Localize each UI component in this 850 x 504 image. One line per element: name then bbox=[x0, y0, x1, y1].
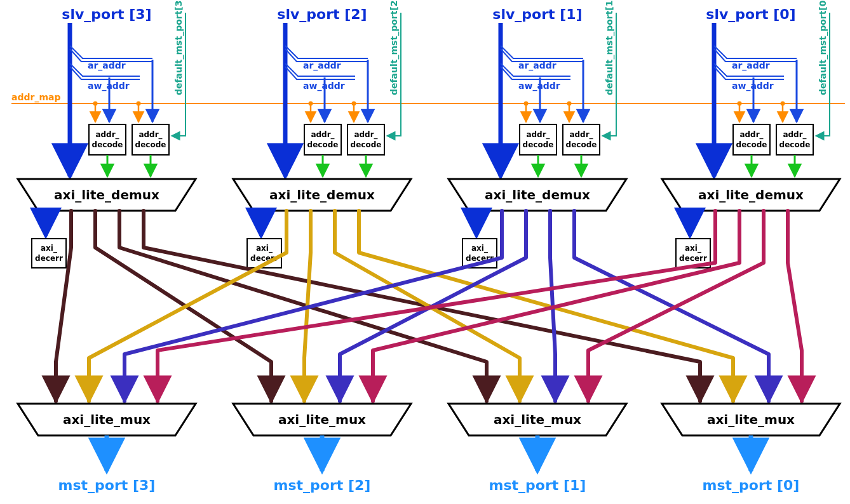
svg-text:decerr: decerr bbox=[35, 254, 63, 263]
svg-text:axi_lite_mux: axi_lite_mux bbox=[494, 412, 581, 427]
xbar-wire bbox=[144, 211, 700, 401]
ar-addr-wire bbox=[714, 46, 797, 58]
svg-text:decode: decode bbox=[92, 140, 123, 149]
addr-map-label: addr_map bbox=[11, 92, 60, 103]
axi-decerr-block bbox=[32, 239, 66, 268]
svg-text:axi_: axi_ bbox=[41, 244, 57, 253]
svg-text:decode: decode bbox=[566, 140, 597, 149]
xbar-wire bbox=[158, 211, 715, 401]
svg-text:axi_lite_demux: axi_lite_demux bbox=[698, 187, 804, 202]
default-mst-port-label: default_mst_port[3] bbox=[173, 0, 184, 95]
default-mst-port-label: default_mst_port[0] bbox=[818, 0, 828, 95]
ar-addr-label: ar_addr bbox=[303, 60, 341, 71]
xbar-wire bbox=[788, 211, 802, 401]
svg-text:addr_: addr_ bbox=[783, 130, 806, 140]
default-mst-port-label: default_mst_port[2] bbox=[389, 0, 400, 95]
svg-text:decode: decode bbox=[523, 140, 554, 149]
svg-text:decerr: decerr bbox=[679, 254, 707, 263]
ar-addr-label: ar_addr bbox=[732, 60, 770, 71]
svg-text:axi_lite_demux: axi_lite_demux bbox=[269, 187, 375, 202]
mst-port-label: mst_port [2] bbox=[274, 477, 371, 493]
svg-text:decode: decode bbox=[351, 140, 382, 149]
addr-decode-block bbox=[132, 124, 169, 155]
svg-text:decode: decode bbox=[736, 140, 767, 149]
ar-addr-label: ar_addr bbox=[88, 60, 126, 71]
xbar-diagram: addr_map slv_port [3]default_mst_port[3]… bbox=[0, 0, 850, 504]
slv-port-label: slv_port [1] bbox=[492, 6, 582, 22]
slv-port-label: slv_port [2] bbox=[277, 6, 367, 22]
svg-text:decode: decode bbox=[779, 140, 811, 149]
svg-text:axi_: axi_ bbox=[471, 244, 488, 253]
svg-text:axi_lite_mux: axi_lite_mux bbox=[63, 412, 151, 427]
mst-port-label: mst_port [0] bbox=[703, 477, 800, 493]
svg-text:addr_: addr_ bbox=[311, 130, 334, 140]
svg-text:addr_: addr_ bbox=[95, 130, 119, 140]
slv-port-label: slv_port [0] bbox=[706, 6, 795, 22]
addr-decode-block bbox=[563, 124, 600, 155]
svg-text:axi_lite_demux: axi_lite_demux bbox=[54, 187, 159, 202]
addr-decode-block bbox=[520, 124, 557, 155]
addr-decode-block bbox=[304, 124, 341, 155]
svg-text:axi_: axi_ bbox=[256, 244, 273, 253]
addr-decode-block bbox=[89, 124, 126, 155]
svg-text:axi_: axi_ bbox=[685, 244, 701, 253]
svg-text:addr_: addr_ bbox=[354, 130, 377, 140]
svg-text:addr_: addr_ bbox=[569, 130, 593, 140]
mst-port-label: mst_port [1] bbox=[489, 477, 586, 493]
svg-text:addr_: addr_ bbox=[739, 130, 763, 140]
ar-addr-label: ar_addr bbox=[518, 60, 557, 71]
svg-text:axi_lite_demux: axi_lite_demux bbox=[485, 187, 590, 202]
svg-text:axi_lite_mux: axi_lite_mux bbox=[278, 412, 366, 427]
addr-decode-block bbox=[776, 124, 813, 155]
svg-text:addr_: addr_ bbox=[138, 130, 162, 140]
svg-text:axi_lite_mux: axi_lite_mux bbox=[707, 412, 795, 427]
slv-port-label: slv_port [3] bbox=[62, 6, 151, 22]
ar-addr-wire bbox=[501, 46, 583, 58]
svg-text:decode: decode bbox=[135, 140, 166, 149]
svg-text:decode: decode bbox=[307, 140, 339, 149]
mst-port-label: mst_port [3] bbox=[58, 477, 156, 493]
default-mst-port-label: default_mst_port[1] bbox=[604, 0, 615, 95]
addr-decode-block bbox=[733, 124, 770, 155]
ar-addr-wire bbox=[285, 46, 368, 58]
addr-decode-block bbox=[347, 124, 384, 155]
svg-text:addr_: addr_ bbox=[526, 130, 550, 140]
ar-addr-wire bbox=[70, 46, 152, 58]
